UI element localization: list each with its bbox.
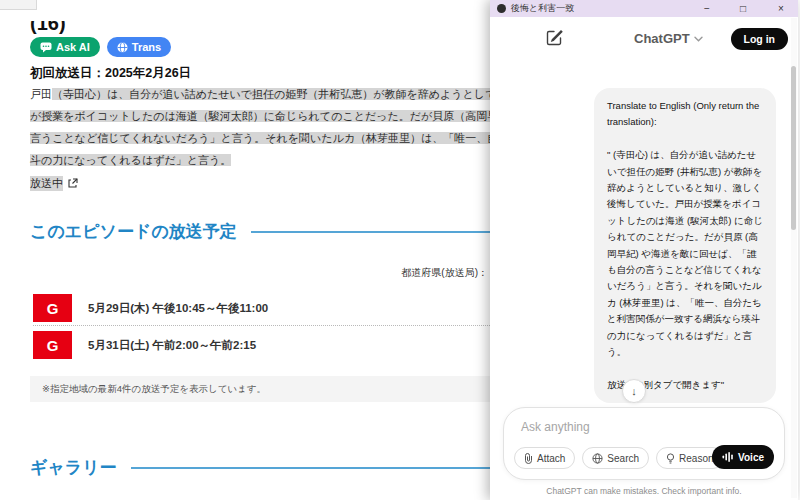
channel-badge-g: G bbox=[33, 294, 72, 322]
new-chat-button[interactable] bbox=[545, 28, 564, 47]
gallery-section-title: ギャラリー bbox=[30, 456, 117, 479]
schedule-note-text: ※指定地域の最新4件の放送予定を表示しています。 bbox=[42, 383, 266, 396]
prefecture-select-label: 都道府県(放送局)： bbox=[250, 266, 488, 280]
episode-number-clipped: (16) bbox=[30, 21, 110, 36]
maximize-button[interactable]: □ bbox=[729, 0, 757, 17]
schedule-row[interactable]: G 5月29日(木) 午後10:45～午後11:00 bbox=[33, 294, 268, 322]
episode-number: (16) bbox=[30, 21, 110, 35]
paperclip-icon bbox=[524, 453, 533, 464]
synopsis-unselected-text: 戸田 bbox=[30, 88, 52, 100]
external-link-icon bbox=[67, 178, 78, 189]
window-title: 後悔と利害一致 bbox=[511, 2, 574, 15]
composer-tools: Attach Search Reason bbox=[514, 447, 724, 469]
page-corner-fragment bbox=[0, 0, 37, 10]
ask-ai-label: Ask AI bbox=[56, 41, 90, 53]
schedule-row[interactable]: G 5月31日(土) 午前2:00～午前2:15 bbox=[33, 331, 256, 359]
scroll-to-bottom-button[interactable]: ↓ bbox=[622, 379, 646, 403]
user-message-bubble: Translate to English (Only return the tr… bbox=[594, 88, 776, 403]
arrow-down-icon: ↓ bbox=[631, 385, 637, 397]
ask-ai-button[interactable]: Ask AI bbox=[30, 37, 100, 57]
search-label: Search bbox=[607, 453, 639, 464]
brand-label: ChatGPT bbox=[634, 31, 690, 46]
globe-icon bbox=[117, 42, 128, 53]
on-air-label: 放送中 bbox=[30, 176, 63, 191]
schedule-section-title: このエピソードの放送予定 bbox=[30, 220, 237, 243]
chatgpt-window: 後悔と利害一致 − □ × ChatGPT Log in Translate t… bbox=[490, 0, 798, 500]
scrollbar-thumb[interactable] bbox=[791, 66, 796, 230]
channel-badge-g: G bbox=[33, 331, 72, 359]
waveform-icon bbox=[722, 451, 734, 463]
reason-label: Reason bbox=[679, 453, 713, 464]
voice-button[interactable]: Voice bbox=[712, 445, 774, 469]
lightbulb-icon bbox=[666, 453, 675, 464]
voice-label: Voice bbox=[738, 452, 764, 463]
trans-label: Trans bbox=[132, 41, 161, 53]
chatgpt-app-icon bbox=[497, 4, 506, 13]
chevron-down-icon bbox=[694, 36, 703, 42]
ai-toolbar: Ask AI Trans bbox=[30, 37, 171, 57]
login-button[interactable]: Log in bbox=[731, 28, 789, 50]
message-composer[interactable]: Ask anything Attach Search Reason bbox=[503, 407, 785, 480]
on-air-link[interactable]: 放送中 bbox=[30, 176, 78, 191]
model-switcher[interactable]: ChatGPT bbox=[634, 31, 703, 46]
chat-bubble-icon bbox=[40, 42, 52, 53]
attach-button[interactable]: Attach bbox=[514, 447, 575, 469]
search-button[interactable]: Search bbox=[582, 447, 649, 469]
close-button[interactable]: × bbox=[767, 0, 795, 17]
message-input[interactable]: Ask anything bbox=[521, 420, 590, 434]
globe-icon bbox=[592, 453, 603, 464]
schedule-time: 5月29日(木) 午後10:45～午後11:00 bbox=[88, 301, 268, 316]
attach-label: Attach bbox=[537, 453, 565, 464]
first-broadcast-date: 初回放送日：2025年2月26日 bbox=[30, 65, 191, 82]
translate-button[interactable]: Trans bbox=[107, 37, 171, 57]
disclaimer-text: ChatGPT can make mistakes. Check importa… bbox=[490, 486, 798, 496]
minimize-button[interactable]: − bbox=[693, 0, 721, 17]
schedule-time: 5月31日(土) 午前2:00～午前2:15 bbox=[88, 338, 256, 353]
